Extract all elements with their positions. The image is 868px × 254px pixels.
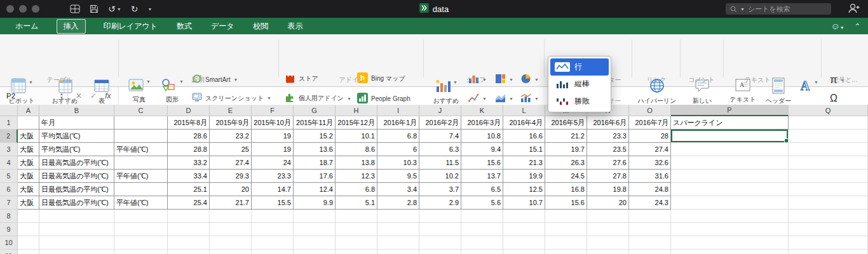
cell-Q5[interactable] — [789, 170, 868, 183]
cell-C5[interactable]: 平年値(℃) — [114, 170, 168, 183]
cell-C1[interactable] — [114, 116, 168, 130]
shapes-button[interactable]: ▼ 図形 — [158, 70, 187, 104]
cell-D11[interactable] — [168, 250, 210, 254]
cell-D8[interactable] — [168, 210, 210, 223]
cell-L8[interactable] — [503, 210, 545, 223]
cell-P9[interactable] — [671, 223, 789, 236]
feedback-smiley-icon[interactable]: ☺▼ — [831, 21, 844, 31]
col-header-P[interactable]: P — [671, 105, 789, 116]
add-people-icon[interactable] — [848, 3, 860, 17]
cell-D4[interactable]: 33.2 — [168, 156, 210, 170]
cell-K5[interactable]: 13.7 — [461, 170, 503, 183]
cell-B7[interactable]: 日最低気温の平均(℃) — [39, 196, 114, 210]
cell-B3[interactable]: 平均気温(℃) — [39, 143, 114, 156]
cell-B6[interactable]: 日最低気温の平均(℃) — [39, 183, 114, 196]
fill-handle[interactable] — [784, 138, 789, 143]
cell-M4[interactable]: 26.3 — [545, 156, 587, 170]
search-scope-caret-icon[interactable]: ▼ — [740, 7, 745, 11]
row-header-8[interactable]: 8 — [0, 210, 18, 223]
my-addins-caret-icon[interactable]: ▼ — [347, 97, 351, 101]
screenshot-caret-icon[interactable]: ▼ — [267, 96, 271, 100]
cell-O3[interactable]: 27.4 — [629, 143, 671, 156]
cell-D1[interactable]: 2015年8月 — [168, 116, 210, 130]
cell-J6[interactable]: 3.7 — [419, 183, 461, 196]
cell-K7[interactable]: 5.6 — [461, 196, 503, 210]
col-header-J[interactable]: J — [419, 105, 461, 116]
cell-M7[interactable]: 15.6 — [545, 196, 587, 210]
cell-N2[interactable]: 23.3 — [587, 130, 629, 143]
cell-P10[interactable] — [671, 236, 789, 250]
cell-D7[interactable]: 25.4 — [168, 196, 210, 210]
cell-B1[interactable]: 年月 — [39, 116, 114, 130]
minimize-window-icon[interactable] — [19, 5, 27, 13]
cell-H10[interactable] — [336, 236, 377, 250]
cell-O1[interactable]: 2016年7月 — [629, 116, 671, 130]
cell-M5[interactable]: 24.5 — [545, 170, 587, 183]
name-box[interactable]: P2 ▲▼ — [0, 87, 68, 105]
cell-B11[interactable] — [39, 250, 114, 254]
cell-Q6[interactable] — [789, 183, 868, 196]
cell-A8[interactable] — [18, 210, 39, 223]
wordart-caret-icon[interactable]: ▼ — [814, 80, 818, 85]
cell-A11[interactable] — [18, 250, 39, 254]
cell-L3[interactable]: 15.1 — [503, 143, 545, 156]
sheet-search-input[interactable]: ▼ シートを検索 — [726, 3, 831, 15]
cell-H4[interactable]: 13.8 — [336, 156, 377, 170]
scatter-chart-caret-icon[interactable]: ▼ — [482, 97, 487, 101]
cell-C8[interactable] — [114, 210, 168, 223]
cell-K6[interactable]: 6.5 — [461, 183, 503, 196]
cell-N11[interactable] — [587, 250, 629, 254]
cell-Q9[interactable] — [789, 223, 868, 236]
cell-G1[interactable]: 2015年11月 — [294, 116, 336, 130]
cell-D3[interactable]: 28.8 — [168, 143, 210, 156]
col-header-C[interactable]: C — [114, 105, 168, 116]
cell-H1[interactable]: 2015年12月 — [336, 116, 377, 130]
row-header-4[interactable]: 4 — [0, 156, 18, 170]
cell-D2[interactable]: 28.6 — [168, 130, 210, 143]
cell-C6[interactable] — [114, 183, 168, 196]
cell-J11[interactable] — [419, 250, 461, 254]
cell-J2[interactable]: 7.4 — [419, 130, 461, 143]
cell-M3[interactable]: 19.7 — [545, 143, 587, 156]
row-header-5[interactable]: 5 — [0, 170, 18, 183]
row-header-2[interactable]: 2 — [0, 130, 18, 143]
cell-Q10[interactable] — [789, 236, 868, 250]
cell-J3[interactable]: 6.3 — [419, 143, 461, 156]
cell-A2[interactable]: 大阪 — [18, 130, 39, 143]
cell-D6[interactable]: 25.1 — [168, 183, 210, 196]
row-header-3[interactable]: 3 — [0, 143, 18, 156]
cell-O11[interactable] — [629, 250, 671, 254]
cell-F3[interactable]: 19 — [252, 143, 294, 156]
cell-F6[interactable]: 14.7 — [252, 183, 294, 196]
cell-E5[interactable]: 29.3 — [210, 170, 252, 183]
cell-B4[interactable]: 日最高気温の平均(℃) — [39, 156, 114, 170]
cell-K9[interactable] — [461, 223, 503, 236]
cell-N4[interactable]: 27.6 — [587, 156, 629, 170]
cell-K2[interactable]: 10.8 — [461, 130, 503, 143]
row-header-1[interactable]: 1 — [0, 116, 18, 130]
col-header-B[interactable]: B — [39, 105, 114, 116]
cell-D9[interactable] — [168, 223, 210, 236]
cell-H2[interactable]: 10.1 — [336, 130, 377, 143]
cell-O5[interactable]: 31.6 — [629, 170, 671, 183]
cell-G4[interactable]: 18.7 — [294, 156, 336, 170]
cell-O7[interactable]: 24.3 — [629, 196, 671, 210]
cell-C2[interactable] — [114, 130, 168, 143]
undo-icon[interactable]: ↺▼ — [108, 4, 121, 14]
cell-F9[interactable] — [252, 223, 294, 236]
scatter-chart-button[interactable]: ▼ — [468, 93, 487, 104]
cell-F10[interactable] — [252, 236, 294, 250]
cell-E7[interactable]: 21.7 — [210, 196, 252, 210]
row-header-7[interactable]: 7 — [0, 196, 18, 210]
cell-P5[interactable] — [671, 170, 789, 183]
cell-P11[interactable] — [671, 250, 789, 254]
cell-G9[interactable] — [294, 223, 336, 236]
cell-E9[interactable] — [210, 223, 252, 236]
area-chart-button[interactable]: ▼ — [495, 93, 513, 104]
cell-M8[interactable] — [545, 210, 587, 223]
cell-J9[interactable] — [419, 223, 461, 236]
cell-Q8[interactable] — [789, 210, 868, 223]
cell-C10[interactable] — [114, 236, 168, 250]
pie-chart-caret-icon[interactable]: ▼ — [534, 77, 539, 82]
tab-6[interactable]: 校閲 — [252, 19, 270, 34]
